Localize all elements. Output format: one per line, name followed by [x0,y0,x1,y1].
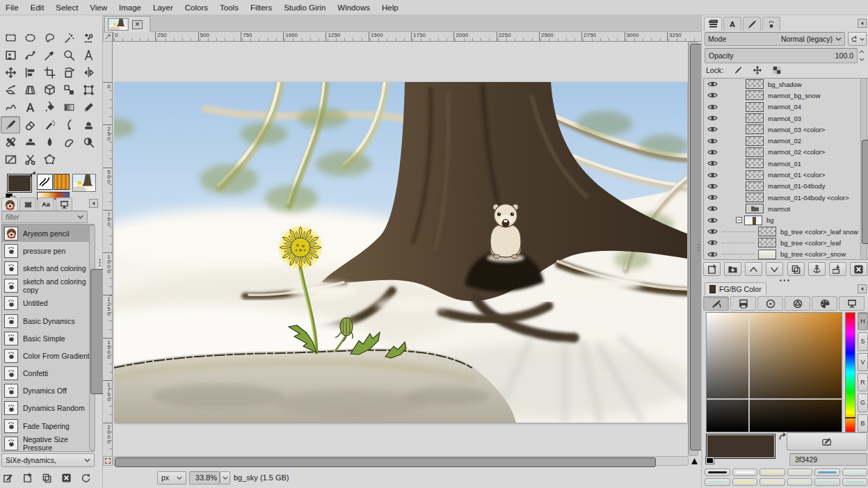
tool-bucket-fill-button[interactable] [40,99,59,116]
tool-fuzzy-select-button[interactable] [59,29,79,47]
color-history-swatch[interactable] [732,469,758,476]
close-image-icon[interactable]: ✕ [132,20,143,29]
eye-icon[interactable] [707,160,718,167]
eye-icon[interactable] [707,81,718,88]
selector-scales[interactable] [839,296,865,311]
list-item[interactable]: Dynamics Off [2,382,94,400]
image-tab[interactable]: ✕ [104,16,150,32]
eye-icon[interactable] [707,149,718,156]
lower-layer-button[interactable] [766,262,783,276]
eye-icon[interactable] [707,92,718,99]
table-row[interactable]: bg_tree <color>_leaf snow [704,226,867,237]
tool-crop-button[interactable] [40,64,59,81]
table-row[interactable]: marmot_01-04body [704,181,867,192]
raise-layer-button[interactable] [745,262,762,276]
tool-paintbrush-button[interactable] [1,116,20,133]
tab-fonts[interactable]: Aa [38,197,54,211]
tool-align-button[interactable] [20,64,40,81]
tool-select-by-color-button[interactable] [79,29,98,47]
table-row[interactable]: marmot_04 [704,101,867,113]
tool-3d-transform-button[interactable] [40,81,59,99]
tool-intelligent-scissors-button[interactable] [20,151,40,168]
tool-smudge-button[interactable] [59,133,79,151]
eye-icon[interactable] [707,115,718,122]
tool-ink-button[interactable] [59,116,79,133]
table-row[interactable]: marmot_02 [704,135,867,146]
eye-icon[interactable] [707,138,718,145]
zoom-input[interactable]: 33.8% [189,471,220,485]
selector-palette[interactable] [812,296,837,311]
color-history-swatch[interactable] [787,478,813,486]
menu-view[interactable]: View [90,3,107,12]
menu-studio-girin[interactable]: Studio Girin [284,3,326,12]
table-row[interactable]: bg_shadow [704,79,867,90]
tool-handle-transform-button[interactable] [79,81,98,99]
tool-color-picker-button[interactable] [40,47,59,64]
tool-flip-button[interactable] [79,64,98,81]
quick-mask-toggle[interactable] [103,456,113,466]
tool-cage-transform-button[interactable] [40,151,59,168]
tab-dynamics-current[interactable] [1,197,18,211]
list-item[interactable]: Fade Tapering [2,417,94,434]
canvas-image[interactable] [114,82,687,423]
delete-layer-button[interactable] [850,262,867,276]
canvas-viewport[interactable] [113,42,689,456]
table-row[interactable]: −bg [704,215,867,226]
list-item[interactable]: sketch and coloring copy [2,277,94,295]
tab-tool-presets[interactable] [56,197,72,211]
tool-gradient-button[interactable] [59,99,79,116]
delete-dynamics-button[interactable] [61,473,72,483]
list-item[interactable]: Untitled [2,295,94,312]
tool-mypaint-brush-button[interactable] [1,151,20,168]
list-item[interactable]: Color From Gradient [2,347,94,364]
tool-ellipse-select-button[interactable] [20,29,40,47]
tool-perspective-clone-button[interactable] [20,133,40,151]
table-row[interactable]: marmot_01 <color> [704,169,867,180]
table-row[interactable]: marmot_03 [704,113,867,124]
unit-dropdown[interactable]: px [157,471,186,485]
color-history-row-1[interactable] [705,469,867,476]
panel-resize-handle[interactable]: ••• [698,243,700,252]
tab-paintbrush[interactable] [743,17,761,31]
color-history-row-2[interactable] [705,478,867,486]
zoom-dropdown-button[interactable] [220,471,230,485]
new-group-button[interactable] [724,262,741,276]
table-row[interactable]: bg_tree <color>_leaf [704,237,867,248]
color-history-swatch[interactable] [842,469,868,476]
table-row[interactable]: marmot_01 [704,158,867,169]
fgbg-menu-icon[interactable] [858,284,867,293]
list-item[interactable]: Basic Simple [2,330,94,347]
layer-mode-dropdown[interactable]: Mode Normal (legacy) [705,32,845,46]
list-item[interactable]: Dynamics Random [2,400,94,417]
list-item[interactable]: pressure pen [2,242,94,259]
color-history-swatch[interactable] [760,469,785,476]
tool-foreground-select-button[interactable] [1,47,20,64]
tool-unified-transform-button[interactable] [59,81,79,99]
eye-icon[interactable] [707,126,718,133]
pattern-preview[interactable] [54,174,70,190]
menu-filters[interactable]: Filters [250,3,272,12]
selector-watercolor[interactable] [703,296,729,311]
list-item[interactable]: sketch and coloring [2,259,94,277]
color-history-swatch[interactable] [842,478,868,486]
menu-edit[interactable]: Edit [31,3,45,12]
edit-dynamics-button[interactable] [3,473,13,483]
tool-rotate-button[interactable] [59,64,79,81]
tool-warp-button[interactable] [1,99,20,116]
menu-layer[interactable]: Layer [153,3,173,12]
table-row[interactable]: bg_tree <color>_snow [704,248,867,259]
table-row[interactable]: marmot_02 <color> [704,147,867,158]
ruler-origin-button[interactable] [103,32,113,42]
eye-icon[interactable] [707,205,718,212]
default-colors-icon[interactable] [706,457,714,464]
tool-shear-button[interactable] [1,81,20,99]
brush-preview[interactable] [37,174,53,190]
tool-dodge-burn-button[interactable] [79,133,98,151]
menu-tools[interactable]: Tools [220,3,239,12]
list-item[interactable]: Basic Dynamics [2,312,94,330]
filter-input[interactable]: filter [1,211,88,223]
saturation-value-square[interactable] [706,312,842,432]
tool-blur-sharpen-button[interactable] [40,133,59,151]
color-history-swatch[interactable] [705,469,730,476]
tab-brush-editor[interactable] [19,197,36,211]
